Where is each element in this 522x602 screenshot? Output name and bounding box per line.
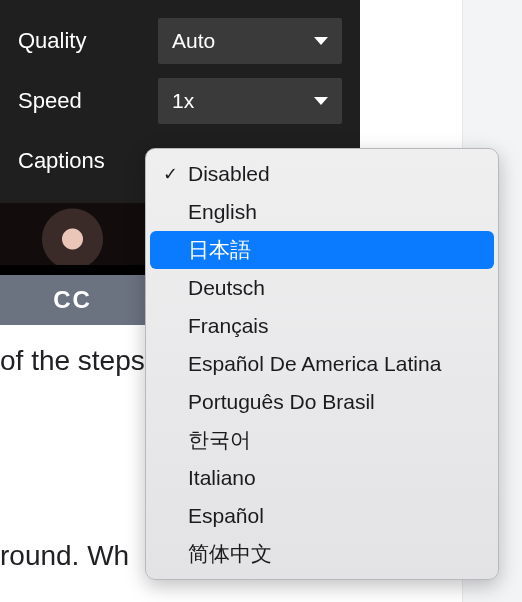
captions-option-label: Deutsch xyxy=(188,276,265,300)
player-controls-row: CC xyxy=(0,275,145,325)
quality-label: Quality xyxy=(18,28,140,54)
captions-option[interactable]: 한국어 xyxy=(150,421,494,459)
captions-option[interactable]: Português Do Brasil xyxy=(150,383,494,421)
captions-option[interactable]: English xyxy=(150,193,494,231)
captions-label: Captions xyxy=(18,148,140,174)
captions-option[interactable]: Italiano xyxy=(150,459,494,497)
captions-option-label: 日本語 xyxy=(188,236,251,264)
video-frame-still xyxy=(0,200,145,265)
settings-row-speed: Speed 1x xyxy=(18,78,342,124)
captions-option-label: Español De America Latina xyxy=(188,352,441,376)
captions-option-label: English xyxy=(188,200,257,224)
captions-option-label: 한국어 xyxy=(188,426,251,454)
captions-option[interactable]: Français xyxy=(150,307,494,345)
captions-option-label: Français xyxy=(188,314,269,338)
captions-option-label: Italiano xyxy=(188,466,256,490)
video-separator xyxy=(0,265,145,275)
captions-option[interactable]: 简体中文 xyxy=(150,535,494,573)
cc-badge[interactable]: CC xyxy=(53,286,92,314)
settings-row-quality: Quality Auto xyxy=(18,18,342,64)
captions-option[interactable]: Español xyxy=(150,497,494,535)
captions-option[interactable]: Español De America Latina xyxy=(150,345,494,383)
quality-select[interactable]: Auto xyxy=(158,18,342,64)
background-text-line-1: of the steps xyxy=(0,345,145,377)
captions-option-label: Disabled xyxy=(188,162,270,186)
speed-value: 1x xyxy=(172,89,194,113)
captions-option-label: Português Do Brasil xyxy=(188,390,375,414)
captions-option[interactable]: 日本語 xyxy=(150,231,494,269)
captions-option-label: Español xyxy=(188,504,264,528)
chevron-down-icon xyxy=(314,37,328,45)
captions-option-label: 简体中文 xyxy=(188,540,272,568)
captions-option[interactable]: ✓Disabled xyxy=(150,155,494,193)
captions-dropdown-menu[interactable]: ✓DisabledEnglish日本語DeutschFrançaisEspaño… xyxy=(145,148,499,580)
quality-value: Auto xyxy=(172,29,215,53)
speed-select[interactable]: 1x xyxy=(158,78,342,124)
background-text-line-2: round. Wh xyxy=(0,540,129,572)
chevron-down-icon xyxy=(314,97,328,105)
speed-label: Speed xyxy=(18,88,140,114)
check-icon: ✓ xyxy=(160,163,180,185)
captions-option[interactable]: Deutsch xyxy=(150,269,494,307)
